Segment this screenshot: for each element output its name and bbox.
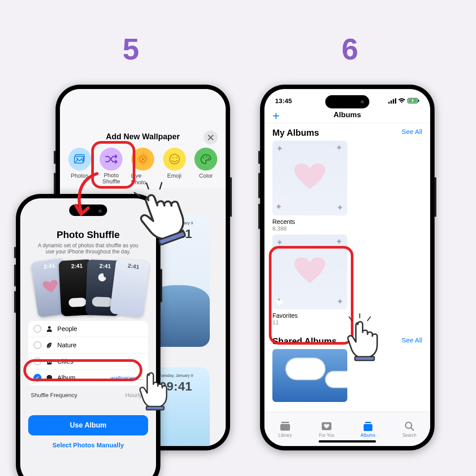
- preview-time-4: 2:41: [115, 258, 149, 271]
- svg-rect-26: [395, 98, 396, 104]
- shuffle-frequency-label: Shuffle Frequency: [31, 392, 77, 398]
- album-recents-count: 8,388: [272, 225, 347, 232]
- category-color[interactable]: Color: [194, 148, 218, 186]
- svg-point-6: [172, 157, 173, 158]
- category-photo-shuffle-label: Photo Shuffle: [100, 172, 123, 185]
- leaf-icon: [46, 342, 53, 349]
- shared-album-1[interactable]: [272, 349, 347, 402]
- shuffle-frequency-row[interactable]: Shuffle Frequency Hourly ›: [28, 388, 148, 402]
- svg-rect-18: [50, 360, 51, 361]
- svg-rect-31: [280, 424, 290, 431]
- option-album[interactable]: ✓ Album wallpapers...: [28, 369, 148, 386]
- wallpaper-title: Add New Wallpaper: [106, 132, 179, 141]
- palette-icon: [200, 154, 212, 164]
- svg-point-10: [208, 158, 209, 159]
- album-favorites-name: Favorites: [272, 312, 347, 319]
- close-icon: [208, 134, 214, 141]
- album-favorites-count: 11: [272, 319, 347, 326]
- option-cities[interactable]: Cities: [28, 353, 148, 369]
- album-icon: [46, 374, 53, 381]
- option-album-value: wallpapers...: [111, 375, 143, 381]
- option-people[interactable]: People: [28, 321, 148, 337]
- option-album-label: Album: [57, 374, 75, 381]
- svg-rect-17: [48, 360, 49, 361]
- shuffle-preview: 2:41 2:41 2:41 2:41: [28, 259, 148, 316]
- status-time: 13:45: [275, 97, 292, 104]
- library-icon: [279, 421, 291, 431]
- svg-rect-23: [388, 102, 390, 104]
- category-live-photo[interactable]: Live Photo: [131, 148, 155, 186]
- svg-rect-24: [390, 100, 392, 104]
- use-album-button[interactable]: Use Album: [28, 415, 148, 435]
- svg-point-5: [170, 154, 179, 164]
- tab-search[interactable]: Search: [389, 412, 430, 446]
- step-number-5: 5: [123, 32, 139, 66]
- svg-rect-33: [365, 422, 371, 423]
- category-photos-label: Photos: [71, 172, 89, 179]
- shuffle-frequency-value: Hourly ›: [125, 392, 145, 398]
- svg-rect-29: [418, 100, 419, 102]
- option-nature[interactable]: Nature: [28, 337, 148, 353]
- albums-icon: [362, 421, 374, 431]
- see-all-my-albums[interactable]: See All: [402, 128, 422, 135]
- albums-header: Albums: [334, 111, 361, 119]
- option-cities-label: Cities: [57, 358, 73, 365]
- category-photos[interactable]: Photos: [68, 148, 92, 186]
- shuffle-title: Photo Shuffle: [28, 229, 148, 241]
- album-recents-name: Recents: [272, 218, 347, 225]
- emoji-icon: [168, 153, 181, 165]
- my-albums-heading: My Albums: [272, 128, 422, 138]
- category-emoji-label: Emoji: [167, 172, 182, 179]
- svg-rect-19: [48, 362, 49, 363]
- svg-rect-21: [47, 376, 52, 380]
- close-button[interactable]: [204, 130, 218, 145]
- add-album-button[interactable]: +: [272, 109, 279, 123]
- category-photo-shuffle[interactable]: Photo Shuffle: [100, 148, 123, 186]
- category-emoji[interactable]: Emoji: [163, 148, 186, 186]
- wifi-icon: [398, 98, 405, 104]
- shuffle-options: People Nature Cities ✓ Album wallpapers.…: [28, 321, 148, 386]
- svg-point-9: [206, 156, 207, 157]
- status-indicators: [388, 98, 420, 104]
- photos-icon: [74, 154, 86, 164]
- svg-rect-25: [393, 99, 394, 104]
- option-people-label: People: [57, 325, 77, 332]
- svg-rect-30: [281, 422, 289, 423]
- wallpaper-categories: Photos Photo Shuffle Live Photo Emoji Co…: [60, 146, 226, 188]
- home-indicator[interactable]: [319, 440, 376, 443]
- category-live-live-photo-label: Live Photo: [131, 172, 155, 186]
- album-recents[interactable]: ✦✦ ✦✦ Recents 8,388: [272, 141, 347, 232]
- battery-icon: [407, 98, 420, 104]
- svg-point-8: [203, 157, 205, 159]
- svg-rect-20: [50, 362, 51, 363]
- shuffle-description: A dynamic set of photos that shuffle as …: [34, 242, 142, 255]
- step-number-6: 6: [342, 32, 358, 66]
- building-icon: [46, 358, 53, 365]
- search-icon: [404, 421, 415, 431]
- svg-point-7: [175, 157, 177, 158]
- signal-icon: [388, 98, 396, 104]
- option-nature-label: Nature: [57, 342, 77, 349]
- svg-rect-16: [47, 359, 52, 364]
- category-color-label: Color: [199, 172, 213, 179]
- phone-photo-shuffle: Photo Shuffle A dynamic set of photos th…: [16, 194, 160, 476]
- see-all-shared-albums[interactable]: See All: [402, 336, 422, 344]
- shared-albums-heading: Shared Albums: [272, 336, 422, 346]
- person-icon: [46, 325, 53, 332]
- svg-rect-22: [48, 375, 51, 376]
- select-photos-manually-button[interactable]: Select Photos Manually: [28, 435, 148, 455]
- album-favorites[interactable]: ✦✦ ✦✦ Favorites 11: [272, 234, 347, 326]
- foryou-icon: [321, 421, 332, 431]
- favorite-heart-icon: [276, 300, 283, 306]
- phone-albums: 13:45 + Albums See All My Albums ✦✦ ✦✦ R…: [260, 85, 435, 450]
- shuffle-icon: [105, 154, 117, 164]
- live-photo-icon: [137, 153, 149, 165]
- svg-rect-34: [364, 424, 372, 431]
- svg-point-15: [48, 326, 51, 329]
- tab-library[interactable]: Library: [264, 412, 306, 446]
